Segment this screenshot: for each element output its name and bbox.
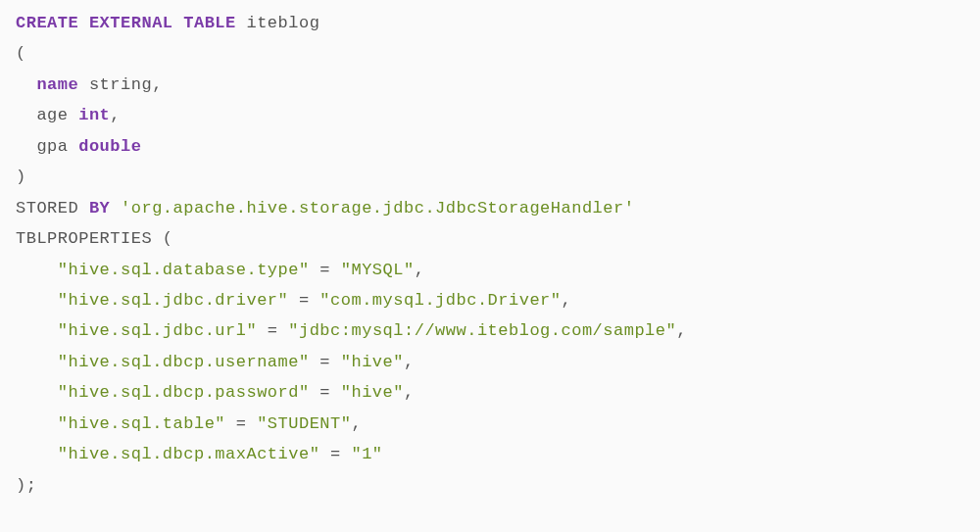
property-value: "hive" bbox=[341, 353, 404, 371]
column-type: string bbox=[89, 75, 152, 94]
column-type: int bbox=[78, 106, 110, 124]
comma: , bbox=[110, 106, 121, 124]
sql-code-block: CREATE EXTERNAL TABLE iteblog ( name str… bbox=[16, 8, 964, 501]
column-name: gpa bbox=[36, 137, 68, 156]
code-line-8: TBLPROPERTIES ( bbox=[16, 229, 173, 248]
column-name: name bbox=[36, 75, 78, 94]
code-line-7: STORED BY 'org.apache.hive.storage.jdbc.… bbox=[16, 199, 634, 218]
property-key: "hive.sql.dbcp.username" bbox=[58, 353, 310, 371]
code-line-6: ) bbox=[16, 168, 26, 186]
open-paren: ( bbox=[16, 44, 26, 63]
code-line-15: "hive.sql.dbcp.maxActive" = "1" bbox=[16, 445, 383, 463]
property-key: "hive.sql.jdbc.driver" bbox=[58, 291, 288, 310]
tblproperties-keyword: TBLPROPERTIES bbox=[16, 229, 152, 248]
comma: , bbox=[404, 383, 415, 402]
equals: = bbox=[236, 414, 247, 433]
equals: = bbox=[319, 353, 330, 371]
code-line-10: "hive.sql.jdbc.driver" = "com.mysql.jdbc… bbox=[16, 291, 571, 310]
property-value: "com.mysql.jdbc.Driver" bbox=[319, 291, 561, 310]
equals: = bbox=[299, 291, 310, 310]
code-line-1: CREATE EXTERNAL TABLE iteblog bbox=[16, 14, 319, 32]
semicolon: ; bbox=[26, 476, 37, 495]
property-value: "MYSQL" bbox=[341, 261, 415, 279]
property-key: "hive.sql.dbcp.password" bbox=[58, 383, 310, 402]
code-line-2: ( bbox=[16, 44, 26, 63]
code-line-11: "hive.sql.jdbc.url" = "jdbc:mysql://www.… bbox=[16, 321, 687, 340]
equals: = bbox=[268, 321, 278, 340]
storage-handler-string: 'org.apache.hive.storage.jdbc.JdbcStorag… bbox=[121, 199, 634, 218]
property-key: "hive.sql.dbcp.maxActive" bbox=[58, 445, 320, 463]
comma: , bbox=[404, 353, 415, 371]
stored-keyword: STORED bbox=[16, 199, 78, 218]
property-value: "1" bbox=[351, 445, 382, 463]
table-name: iteblog bbox=[246, 14, 319, 32]
column-type: double bbox=[78, 137, 141, 156]
comma: , bbox=[676, 321, 687, 340]
code-line-12: "hive.sql.dbcp.username" = "hive", bbox=[16, 353, 415, 371]
equals: = bbox=[319, 261, 330, 279]
property-value: "jdbc:mysql://www.iteblog.com/sample" bbox=[288, 321, 676, 340]
by-keyword: BY bbox=[89, 199, 110, 218]
property-key: "hive.sql.database.type" bbox=[58, 261, 310, 279]
equals: = bbox=[330, 445, 341, 463]
code-line-9: "hive.sql.database.type" = "MYSQL", bbox=[16, 261, 424, 279]
comma: , bbox=[562, 291, 572, 310]
code-line-13: "hive.sql.dbcp.password" = "hive", bbox=[16, 383, 415, 402]
code-line-16: ); bbox=[16, 476, 36, 495]
comma: , bbox=[152, 75, 163, 94]
property-value: "hive" bbox=[341, 383, 404, 402]
property-key: "hive.sql.table" bbox=[58, 414, 225, 433]
equals: = bbox=[319, 383, 330, 402]
column-name: age bbox=[36, 106, 68, 124]
property-key: "hive.sql.jdbc.url" bbox=[58, 321, 257, 340]
close-paren: ) bbox=[16, 168, 26, 186]
code-line-3: name string, bbox=[16, 75, 163, 94]
close-paren: ) bbox=[16, 476, 26, 495]
keyword-create: CREATE bbox=[16, 14, 78, 32]
comma: , bbox=[415, 261, 425, 279]
open-paren: ( bbox=[163, 229, 173, 248]
code-line-14: "hive.sql.table" = "STUDENT", bbox=[16, 414, 362, 433]
keyword-table: TABLE bbox=[183, 14, 236, 32]
code-line-4: age int, bbox=[16, 106, 121, 124]
code-line-5: gpa double bbox=[16, 137, 141, 156]
comma: , bbox=[351, 414, 362, 433]
keyword-external: EXTERNAL bbox=[89, 14, 173, 32]
property-value: "STUDENT" bbox=[257, 414, 351, 433]
